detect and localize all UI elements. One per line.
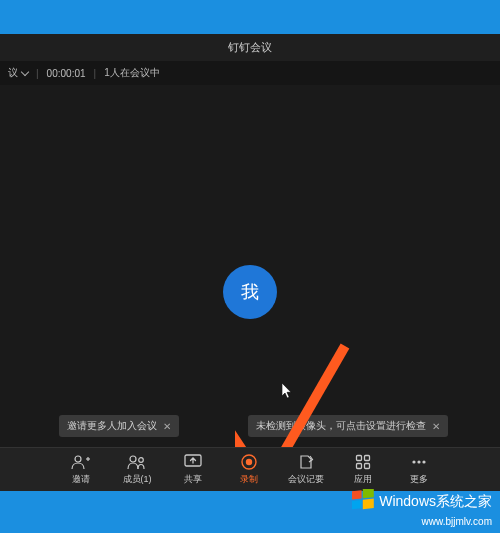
toolbar-label: 录制: [240, 473, 258, 486]
separator: |: [36, 68, 39, 79]
minutes-button[interactable]: 会议记要: [288, 453, 324, 486]
close-icon[interactable]: ✕: [163, 421, 171, 432]
invite-icon: [71, 453, 91, 471]
svg-point-1: [75, 456, 81, 462]
svg-rect-11: [357, 464, 362, 469]
more-icon: [410, 453, 428, 471]
svg-rect-10: [365, 456, 370, 461]
svg-rect-12: [365, 464, 370, 469]
mouse-cursor-icon: [282, 383, 293, 402]
status-bar: 议 | 00:00:01 | 1人在会议中: [0, 61, 500, 85]
toolbar-label: 成员(1): [123, 473, 152, 486]
tooltip-text: 未检测到摄像头，可点击设置进行检查: [256, 419, 426, 433]
toolbar-label: 更多: [410, 473, 428, 486]
invite-button[interactable]: 邀请: [64, 453, 98, 486]
svg-point-13: [412, 460, 415, 463]
avatar-label: 我: [241, 280, 259, 304]
window-title: 钉钉会议: [228, 40, 272, 55]
windows-logo-icon: [352, 489, 374, 515]
camera-warning-tooltip: 未检测到摄像头，可点击设置进行检查 ✕: [248, 415, 448, 437]
self-avatar[interactable]: 我: [223, 265, 277, 319]
svg-point-4: [130, 456, 136, 462]
toolbar-label: 会议记要: [288, 473, 324, 486]
chevron-down-icon: [21, 68, 29, 76]
bottom-toolbar: 邀请 成员(1): [0, 447, 500, 491]
record-button[interactable]: 录制: [232, 453, 266, 486]
meeting-dropdown[interactable]: 议: [8, 66, 28, 80]
toolbar-label: 应用: [354, 473, 372, 486]
members-icon: [127, 453, 147, 471]
svg-rect-18: [352, 500, 362, 509]
apps-icon: [355, 453, 371, 471]
more-button[interactable]: 更多: [402, 453, 436, 486]
svg-point-15: [422, 460, 425, 463]
watermark: Windows系统之家 www.bjjmlv.com: [352, 489, 492, 527]
meeting-window: 钉钉会议 议 | 00:00:01 | 1人在会议中 我: [0, 34, 500, 491]
invite-tooltip: 邀请更多人加入会议 ✕: [59, 415, 179, 437]
apps-button[interactable]: 应用: [346, 453, 380, 486]
toolbar-label: 共享: [184, 473, 202, 486]
toolbar-label: 邀请: [72, 473, 90, 486]
record-icon: [241, 453, 257, 471]
tooltip-text: 邀请更多人加入会议: [67, 419, 157, 433]
close-icon[interactable]: ✕: [432, 421, 440, 432]
svg-point-8: [246, 459, 252, 465]
meeting-timer: 00:00:01: [47, 68, 86, 79]
svg-rect-16: [352, 490, 362, 499]
share-button[interactable]: 共享: [176, 453, 210, 486]
video-area: 我 邀请更多人加入会议 ✕: [0, 85, 500, 447]
svg-rect-19: [363, 499, 374, 510]
desktop-background: 钉钉会议 议 | 00:00:01 | 1人在会议中 我: [0, 0, 500, 533]
participant-count: 1人在会议中: [104, 66, 160, 80]
svg-point-14: [417, 460, 420, 463]
svg-rect-9: [357, 456, 362, 461]
share-icon: [184, 453, 202, 471]
separator: |: [94, 68, 97, 79]
minutes-icon: [298, 453, 314, 471]
window-title-bar: 钉钉会议: [0, 34, 500, 61]
watermark-url: www.bjjmlv.com: [422, 516, 492, 527]
watermark-text: Windows系统之家: [379, 493, 492, 511]
members-button[interactable]: 成员(1): [120, 453, 154, 486]
svg-point-5: [139, 458, 144, 463]
